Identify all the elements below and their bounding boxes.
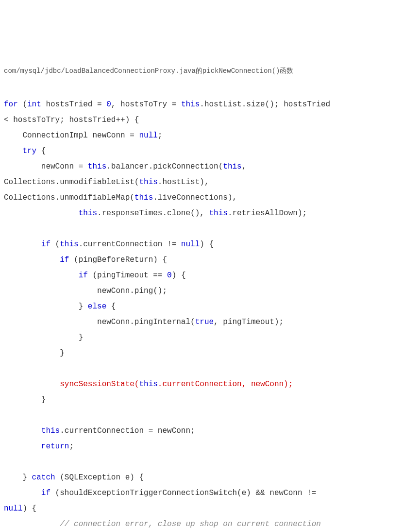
t: .retriesAllDown); [228, 209, 307, 218]
kw-this: this [41, 427, 60, 435]
t [4, 489, 41, 497]
t: .currentConnection != [79, 240, 181, 249]
kw-if: if [41, 489, 50, 497]
t [4, 209, 79, 218]
t [4, 427, 41, 435]
kw-this: this [139, 178, 157, 187]
t: , [242, 162, 251, 171]
highlight-call: syncSessionState( [60, 380, 139, 389]
t: ) { [172, 271, 186, 280]
kw-this: this [209, 209, 227, 218]
t: .hostList), [158, 178, 214, 187]
num: 0 [106, 100, 111, 109]
t [4, 380, 60, 389]
t: } [4, 395, 46, 404]
t: .liveConnections), [153, 193, 237, 202]
t: .responseTimes.clone(), [97, 209, 209, 218]
t [4, 520, 60, 529]
t: { [36, 147, 46, 155]
t [4, 147, 22, 155]
t: .hostList.size(); hostsTried [200, 100, 335, 109]
t: ) { [200, 240, 214, 249]
kw-this: this [134, 193, 153, 202]
kw-int: int [27, 100, 41, 109]
t: newConn.pingInternal( [4, 318, 195, 326]
kw-else: else [88, 302, 106, 311]
true: true [195, 318, 214, 326]
null: null [181, 240, 200, 249]
t: < hostsToTry; hostsTried++) { [4, 116, 139, 124]
t: ; [158, 131, 163, 140]
kw-this: this [60, 240, 78, 249]
t: ( [50, 240, 60, 249]
null: null [4, 504, 22, 513]
t [4, 256, 60, 264]
kw-if: if [79, 271, 88, 280]
t: , hostsToTry = [111, 100, 181, 109]
t: } [4, 302, 88, 311]
t [4, 442, 41, 451]
t: (pingTimeout == [88, 271, 167, 280]
t [4, 240, 41, 249]
kw-this: this [79, 209, 97, 218]
file-path-header: com/mysql/jdbc/LoadBalancedConnectionPro… [4, 66, 416, 76]
t: , pingTimeout); [214, 318, 284, 326]
kw-try: try [22, 147, 36, 155]
kw-this: this [139, 380, 157, 389]
t: ( [18, 100, 27, 109]
t: ) { [22, 504, 36, 513]
kw-if: if [60, 256, 69, 264]
kw-return: return [41, 442, 69, 451]
t: (shouldExceptionTriggerConnectionSwitch(… [50, 489, 321, 497]
null: null [139, 131, 157, 140]
kw-this: this [223, 162, 241, 171]
t: } [4, 349, 65, 358]
comment: // connection error, close up shop on cu… [60, 520, 321, 529]
t: newConn.ping(); [4, 287, 167, 295]
kw-this: this [88, 162, 106, 171]
t: Collections.unmodifiableMap( [4, 193, 134, 202]
t: ConnectionImpl newConn = [4, 131, 139, 140]
t: newConn = [4, 162, 88, 171]
kw-this: this [181, 100, 200, 109]
t: Collections.unmodifiableList( [4, 178, 139, 187]
num: 0 [167, 271, 172, 280]
t: } [4, 333, 83, 342]
t [4, 271, 79, 280]
kw-for: for [4, 100, 18, 109]
t: (SQLException e) { [55, 473, 144, 482]
t: .balancer.pickConnection( [106, 162, 223, 171]
kw-if: if [41, 240, 50, 249]
t: .currentConnection = newConn; [60, 427, 195, 435]
t: (pingBeforeReturn) { [69, 256, 167, 264]
t: } [4, 473, 32, 482]
t: { [106, 302, 116, 311]
highlight-call: .currentConnection, newConn); [158, 380, 293, 389]
t: hostsTried = [41, 100, 106, 109]
t: ; [69, 442, 74, 451]
code-block: for (int hostsTried = 0, hostsToTry = th… [4, 97, 416, 529]
kw-catch: catch [32, 473, 55, 482]
